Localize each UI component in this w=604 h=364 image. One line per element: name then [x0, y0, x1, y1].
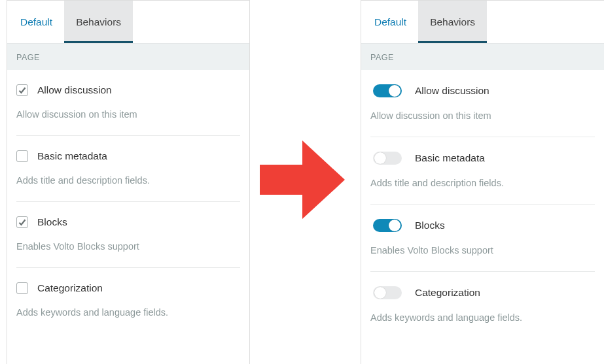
panel-toggle-variant: Default Behaviors PAGE Allow discussion … — [361, 0, 604, 364]
item-blocks: Blocks Enables Volto Blocks support — [370, 205, 595, 272]
tab-behaviors[interactable]: Behaviors — [64, 1, 133, 43]
item-desc: Allow discussion on this item — [16, 109, 240, 120]
item-label: Allow discussion — [37, 84, 112, 96]
item-label: Blocks — [415, 220, 445, 231]
items-list: Allow discussion Allow discussion on thi… — [7, 70, 249, 333]
item-categorization: Categorization Adds keywords and languag… — [16, 268, 240, 333]
toggle-allow-discussion[interactable] — [373, 84, 402, 97]
toggle-basic-metadata[interactable] — [373, 152, 402, 165]
item-desc: Adds keywords and language fields. — [370, 312, 595, 323]
checkbox-basic-metadata[interactable] — [16, 150, 28, 162]
tabs: Default Behaviors — [361, 1, 604, 43]
panel-checkbox-variant: Default Behaviors PAGE Allow discussion … — [7, 0, 250, 364]
item-desc: Adds keywords and language fields. — [16, 307, 240, 318]
tab-default[interactable]: Default — [363, 1, 418, 43]
toggle-categorization[interactable] — [373, 286, 402, 299]
checkbox-blocks[interactable] — [16, 216, 28, 228]
arrow-right-icon — [257, 137, 348, 222]
item-allow-discussion: Allow discussion Allow discussion on thi… — [370, 70, 595, 137]
section-header-page: PAGE — [361, 43, 604, 70]
checkbox-categorization[interactable] — [16, 282, 28, 294]
item-label: Allow discussion — [415, 85, 489, 97]
item-allow-discussion: Allow discussion Allow discussion on thi… — [16, 70, 240, 136]
item-label: Basic metadata — [37, 150, 107, 162]
tab-default[interactable]: Default — [9, 1, 64, 43]
item-categorization: Categorization Adds keywords and languag… — [370, 272, 595, 339]
tabs: Default Behaviors — [7, 1, 249, 43]
section-header-page: PAGE — [7, 43, 249, 70]
items-list: Allow discussion Allow discussion on thi… — [361, 70, 604, 339]
item-desc: Adds title and description fields. — [16, 175, 240, 186]
toggle-blocks[interactable] — [373, 219, 402, 232]
tab-behaviors[interactable]: Behaviors — [418, 1, 487, 43]
item-label: Basic metadata — [415, 152, 485, 164]
checkbox-allow-discussion[interactable] — [16, 84, 28, 96]
item-basic-metadata: Basic metadata Adds title and descriptio… — [16, 136, 240, 202]
item-desc: Allow discussion on this item — [370, 110, 595, 121]
item-desc: Enables Volto Blocks support — [370, 245, 595, 256]
item-desc: Adds title and description fields. — [370, 178, 595, 188]
item-label: Categorization — [415, 287, 480, 299]
item-label: Blocks — [37, 216, 67, 228]
item-label: Categorization — [37, 282, 103, 294]
item-desc: Enables Volto Blocks support — [16, 241, 240, 252]
item-basic-metadata: Basic metadata Adds title and descriptio… — [370, 137, 595, 205]
item-blocks: Blocks Enables Volto Blocks support — [16, 202, 240, 268]
